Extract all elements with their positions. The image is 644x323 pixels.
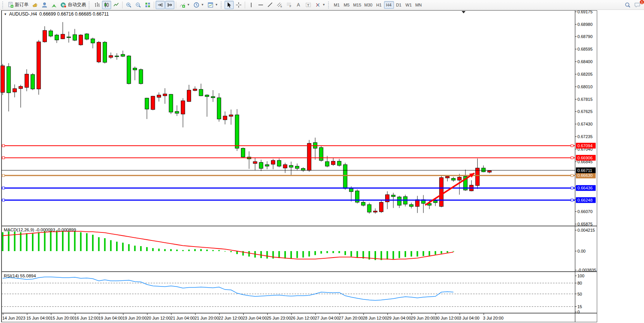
line-chart-button[interactable] <box>112 1 121 9</box>
templates-button[interactable]: ▼ <box>206 1 220 9</box>
cursor-button[interactable] <box>225 1 234 9</box>
pane-separator[interactable] <box>2 313 597 313</box>
line-handle[interactable] <box>2 187 5 189</box>
candle <box>187 90 191 102</box>
horizontal-line-tool[interactable] <box>256 1 265 9</box>
macd-histogram-bar <box>50 231 51 251</box>
macd-histogram-bar <box>206 250 208 251</box>
text-label-tool[interactable]: T <box>304 1 313 9</box>
crosshair-button[interactable] <box>234 1 243 9</box>
time-tick-label: 19 Jun 20:00 <box>123 316 147 320</box>
candle <box>271 161 275 164</box>
zoom-in-button[interactable] <box>124 1 133 9</box>
line-handle[interactable] <box>2 199 5 201</box>
svg-text:F: F <box>290 5 291 8</box>
arrows-tool[interactable]: ▼ <box>313 1 327 9</box>
timeframe-M1[interactable]: M1 <box>332 1 342 9</box>
timeframe-MN[interactable]: MN <box>414 1 424 9</box>
timeframe-M5[interactable]: M5 <box>342 1 352 9</box>
candlestick-chart-button[interactable] <box>102 1 111 9</box>
trendline-tool[interactable] <box>266 1 275 9</box>
toolbar-grip[interactable] <box>2 2 4 8</box>
chat-button[interactable]: 1 <box>633 1 642 9</box>
time-tick-label: 3 Jul 04:00 <box>459 316 480 320</box>
timeframe-M15[interactable]: M15 <box>352 1 363 9</box>
candle <box>133 68 137 70</box>
macd-histogram-bar <box>182 250 184 251</box>
rsi-tick-label: 80 <box>577 281 582 285</box>
new-order-button[interactable]: 新订单 <box>6 1 30 9</box>
macd-tick-label: -0.003835 <box>577 268 596 272</box>
zoom-out-button[interactable] <box>134 1 143 9</box>
candle <box>475 168 479 186</box>
tile-windows-button[interactable] <box>143 1 152 9</box>
candle <box>169 94 173 112</box>
timeframe-H4[interactable]: H4 <box>384 1 394 9</box>
macd-histogram-bar <box>290 251 292 259</box>
pane-separator[interactable] <box>2 271 597 272</box>
pane-separator[interactable] <box>2 226 597 226</box>
line-handle[interactable] <box>2 157 5 159</box>
price-tag-label: 0.66630 <box>577 173 593 178</box>
bar-chart-button[interactable] <box>92 1 102 9</box>
line-handle[interactable] <box>571 187 573 189</box>
timeframe-H1[interactable]: H1 <box>374 1 384 9</box>
chart-shift-button[interactable] <box>165 1 174 9</box>
mt4-terminal: 新订单 自动交易 <box>0 0 644 323</box>
candle <box>7 67 11 93</box>
autotrading-button[interactable]: 自动交易 <box>59 1 88 9</box>
candle <box>151 96 155 110</box>
signals-button[interactable] <box>49 1 59 9</box>
time-tick-label: 27 Jun 20:00 <box>339 316 363 320</box>
candle <box>25 74 29 88</box>
vertical-line-tool[interactable] <box>247 1 256 9</box>
profile-button[interactable] <box>40 1 49 9</box>
macd-histogram-bar <box>417 251 418 256</box>
line-handle[interactable] <box>2 145 5 147</box>
macd-histogram-bar <box>212 250 214 251</box>
line-handle[interactable] <box>571 199 573 201</box>
candle <box>127 56 131 84</box>
profile-icon <box>41 2 48 8</box>
timeframe-W1[interactable]: W1 <box>404 1 414 9</box>
time-tick-label: 27 Jun 04:00 <box>315 316 339 320</box>
macd-histogram-bar <box>405 251 406 257</box>
toolbar-grip[interactable] <box>328 2 330 8</box>
macd-histogram-bar <box>56 231 57 251</box>
candle <box>67 37 71 38</box>
bar-chart-icon <box>94 2 100 8</box>
toolbar-grip[interactable] <box>89 2 91 8</box>
candle <box>211 97 215 98</box>
candle <box>397 197 401 205</box>
chat-badge: 1 <box>639 0 644 5</box>
auto-scroll-button[interactable] <box>156 1 165 9</box>
template-icon <box>207 2 214 8</box>
periods-button[interactable]: ▼ <box>192 1 206 9</box>
line-handle[interactable] <box>2 174 5 177</box>
search-button[interactable] <box>623 1 632 9</box>
chart-shift-marker[interactable] <box>462 11 465 13</box>
candle <box>337 161 341 165</box>
price-tick-label: 0.67625 <box>577 109 593 114</box>
text-tool[interactable]: A <box>294 1 303 9</box>
candle <box>121 54 125 56</box>
collapse-triangle-icon[interactable]: ▼ <box>4 13 7 16</box>
fibonacci-tool[interactable]: F <box>285 1 294 9</box>
macd-histogram-bar <box>128 244 130 251</box>
line-handle[interactable] <box>571 174 573 177</box>
crosshair-icon <box>236 2 242 8</box>
cursor-icon <box>226 2 232 8</box>
candle <box>410 205 413 207</box>
timeframe-D1[interactable]: D1 <box>394 1 404 9</box>
indicators-button[interactable]: ▼ <box>178 1 191 9</box>
macd-histogram-bar <box>170 249 172 251</box>
candle <box>85 34 89 39</box>
chart-canvas[interactable]: 0.691750.689800.687900.685950.684000.682… <box>0 0 644 323</box>
news-button[interactable] <box>30 1 40 9</box>
line-handle[interactable] <box>571 145 573 147</box>
equidistant-channel-tool[interactable]: E <box>275 1 284 9</box>
timeframe-M30[interactable]: M30 <box>363 1 374 9</box>
svg-text:T: T <box>307 3 309 7</box>
line-handle[interactable] <box>571 157 573 159</box>
toolbar-grip[interactable] <box>221 2 223 8</box>
